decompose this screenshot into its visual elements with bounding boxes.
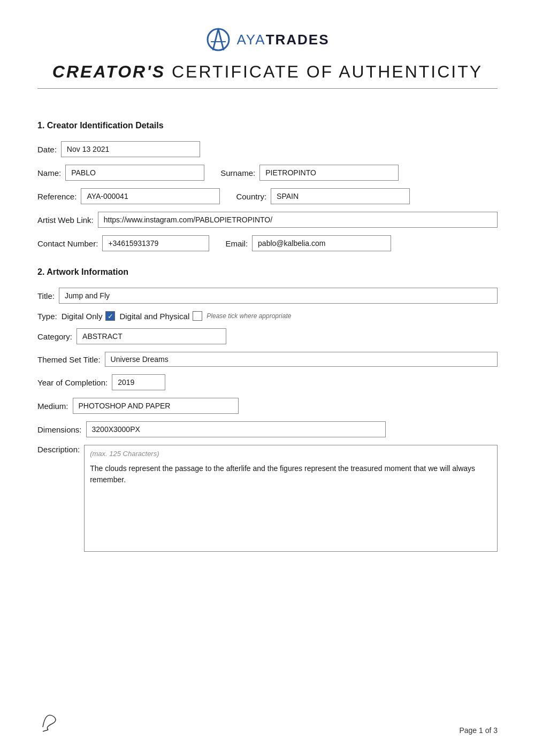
reference-country-row: Reference: AYA-000041 Country: SPAIN: [37, 188, 498, 204]
name-label: Name:: [37, 168, 61, 178]
description-field[interactable]: (max. 125 Characters) The clouds represe…: [84, 445, 498, 552]
digital-only-label: Digital Only: [62, 312, 103, 321]
document-title: CREATOR'S CERTIFICATE OF AUTHENTICITY: [52, 62, 483, 82]
description-row: Description: (max. 125 Characters) The c…: [37, 445, 498, 552]
date-label: Date:: [37, 145, 57, 154]
medium-label: Medium:: [37, 402, 68, 411]
logo-aya: AYA: [236, 32, 265, 48]
country-field[interactable]: SPAIN: [271, 188, 410, 204]
email-label: Email:: [225, 239, 248, 248]
date-row: Date: Nov 13 2021: [37, 141, 498, 157]
type-label: Type:: [37, 312, 57, 321]
artwork-title-field[interactable]: Jump and Fly: [59, 288, 498, 304]
name-field[interactable]: PABLO: [65, 165, 204, 181]
artwork-title-label: Title:: [37, 291, 55, 300]
surname-label: Surname:: [220, 168, 255, 178]
reference-label: Reference:: [37, 192, 77, 201]
logo-text: AYATRADES: [236, 32, 329, 48]
artist-web-field[interactable]: https://www.instagram.com/PABLOPIETROPIN…: [98, 212, 498, 228]
year-field[interactable]: 2019: [112, 374, 165, 390]
themed-set-field[interactable]: Universe Dreams: [105, 352, 498, 367]
contact-group: Contact Number: +34615931379: [37, 235, 209, 251]
svg-line-1: [213, 29, 218, 50]
section-creator-identification: 1. Creator Identification Details Date: …: [37, 121, 498, 251]
logo-icon: [205, 27, 231, 52]
country-label: Country:: [236, 192, 266, 201]
email-field[interactable]: pablo@kalbelia.com: [252, 235, 391, 251]
dimensions-field[interactable]: 3200X3000PX: [86, 421, 386, 437]
artwork-title-row: Title: Jump and Fly: [37, 288, 498, 304]
section2-title: 2. Artwork Information: [37, 267, 498, 277]
digital-physical-label: Digital and Physical: [119, 312, 189, 321]
email-group: Email: pablo@kalbelia.com: [225, 235, 391, 251]
dimensions-row: Dimensions: 3200X3000PX: [37, 421, 498, 437]
year-label: Year of Completion:: [37, 378, 108, 387]
medium-row: Medium: PHOTOSHOP AND PAPER: [37, 398, 498, 414]
year-row: Year of Completion: 2019: [37, 374, 498, 390]
contact-label: Contact Number:: [37, 239, 98, 248]
certificate-page: AYATRADES CREATOR'S CERTIFICATE OF AUTHE…: [0, 0, 535, 756]
svg-line-2: [218, 29, 224, 50]
section-artwork-information: 2. Artwork Information Title: Jump and F…: [37, 267, 498, 552]
category-row: Category: ABSTRACT: [37, 328, 498, 344]
name-group: Name: PABLO: [37, 165, 204, 181]
description-label: Description:: [37, 445, 80, 454]
doc-title-bold: CREATOR'S: [52, 62, 165, 81]
digital-only-option: Digital Only ✓: [62, 311, 116, 321]
doc-title-rest: CERTIFICATE OF AUTHENTICITY: [165, 62, 483, 81]
contact-email-row: Contact Number: +34615931379 Email: pabl…: [37, 235, 498, 251]
name-surname-row: Name: PABLO Surname: PIETROPINTO: [37, 165, 498, 181]
reference-group: Reference: AYA-000041: [37, 188, 220, 204]
surname-group: Surname: PIETROPINTO: [220, 165, 399, 181]
signature-icon: [37, 706, 80, 732]
section1-title: 1. Creator Identification Details: [37, 121, 498, 130]
dimensions-label: Dimensions:: [37, 425, 82, 434]
title-divider: [37, 88, 498, 89]
surname-field[interactable]: PIETROPINTO: [259, 165, 399, 181]
footer: Page 1 of 3: [37, 706, 498, 735]
digital-physical-option: Digital and Physical: [119, 311, 202, 321]
themed-set-label: Themed Set Title:: [37, 355, 101, 364]
header: AYATRADES CREATOR'S CERTIFICATE OF AUTHE…: [37, 27, 498, 105]
artist-web-row: Artist Web Link: https://www.instagram.c…: [37, 212, 498, 228]
artist-web-label: Artist Web Link:: [37, 215, 94, 225]
signature-area: [37, 706, 80, 735]
digital-physical-checkbox[interactable]: [193, 311, 202, 321]
logo-trades: TRADES: [266, 32, 330, 48]
description-text: The clouds represent the passage to the …: [90, 463, 492, 485]
contact-field[interactable]: +34615931379: [102, 235, 209, 251]
category-label: Category:: [37, 332, 72, 341]
category-field[interactable]: ABSTRACT: [77, 328, 226, 344]
please-tick-hint: Please tick where appropriate: [207, 312, 291, 320]
themed-set-row: Themed Set Title: Universe Dreams: [37, 352, 498, 367]
digital-only-checkbox[interactable]: ✓: [105, 311, 115, 321]
description-hint: (max. 125 Characters): [90, 450, 492, 458]
reference-field[interactable]: AYA-000041: [81, 188, 220, 204]
logo-area: AYATRADES: [205, 27, 329, 52]
country-group: Country: SPAIN: [236, 188, 410, 204]
page-number: Page 1 of 3: [459, 726, 498, 735]
medium-field[interactable]: PHOTOSHOP AND PAPER: [73, 398, 239, 414]
date-field[interactable]: Nov 13 2021: [61, 141, 200, 157]
type-row: Type: Digital Only ✓ Digital and Physica…: [37, 311, 498, 321]
